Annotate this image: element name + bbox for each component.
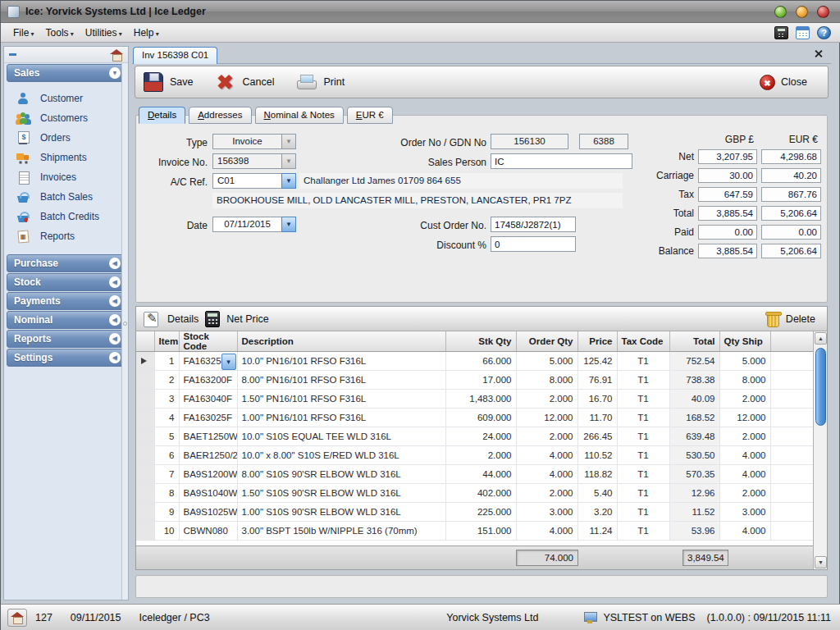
cell-stk-qty[interactable]: 151.000 [445,522,516,541]
cell-item[interactable]: 6 [154,446,179,465]
row-selector[interactable] [136,352,154,371]
menu-item[interactable]: Utilities [80,25,128,40]
chevron-down-icon[interactable]: ▼ [281,217,296,232]
cell-order-qty[interactable]: 4.000 [516,446,578,465]
table-row[interactable]: 10 CBWN080 3.00" BSPT 150lb W/NIPPLE 316… [136,522,814,541]
calculator-icon[interactable] [774,26,788,39]
cell-total[interactable]: 168.52 [669,409,719,427]
cell-stock-code[interactable]: CBWN080 [179,522,237,541]
chevron-down-icon[interactable]: ▼ [281,153,296,169]
cell-stk-qty[interactable]: 609.000 [445,409,516,427]
scrollbar-thumb[interactable] [815,348,826,426]
discount-input[interactable] [491,236,576,252]
cell-description[interactable]: 10.0" x 8.00" S10S E/RED WLD 316L [237,446,445,465]
date-select[interactable]: 07/11/2015▼ [212,217,296,232]
cell-tax-code[interactable]: T1 [617,465,669,484]
col-stk-qty[interactable]: Stk Qty [445,331,516,352]
cell-item[interactable]: 2 [154,371,179,390]
sidebar-scrollbar[interactable] [121,63,128,600]
minimize-button[interactable] [774,6,787,18]
sidebar-item[interactable]: Orders [16,128,128,148]
cell-tax-code[interactable]: T1 [617,503,669,522]
sidebar-section-collapsed[interactable]: Purchase ◀ [7,254,126,272]
row-selector[interactable] [136,484,154,503]
cell-price[interactable]: 110.52 [578,446,617,465]
table-row[interactable]: 2 FA163200F 8.00" PN16/101 RFSO F316L 17… [136,371,814,390]
save-button[interactable]: Save [170,76,194,88]
cell-description[interactable]: 8.00" S10S 90'SR ELBOW WLD 316L [237,465,445,484]
cell-qty-ship[interactable]: 4.000 [719,465,770,484]
sidebar-section-collapsed[interactable]: Stock ◀ [7,273,126,291]
delete-trash-icon[interactable] [765,311,780,326]
row-selector[interactable] [136,427,154,446]
chevron-left-icon[interactable]: ◀ [109,295,121,307]
net-price-calculator-icon[interactable] [205,311,220,327]
cell-qty-ship[interactable]: 8.000 [719,371,770,390]
cell-item[interactable]: 4 [154,409,179,427]
cell-price[interactable]: 11.70 [578,409,617,427]
cell-description[interactable]: 3.00" BSPT 150lb W/NIPPLE 316 (70mm) [237,522,445,541]
col-order-qty[interactable]: Order Qty [516,331,578,352]
cell-total[interactable]: 530.50 [669,446,719,465]
sidebar-item[interactable]: Customers [16,108,128,128]
sidebar-section-collapsed[interactable]: Settings ◀ [7,349,126,367]
menu-item[interactable]: File [7,25,40,40]
cell-stock-code[interactable]: BA9S1040W [179,484,237,503]
cell-stock-code[interactable]: BA9S1200W [179,465,237,484]
print-button[interactable]: Print [323,76,345,88]
cell-price[interactable]: 125.42 [578,352,617,371]
save-icon[interactable] [144,72,163,92]
cell-order-qty[interactable]: 2.000 [516,427,578,446]
cell-tax-code[interactable]: T1 [617,427,669,446]
chevron-down-icon[interactable]: ▼ [281,134,296,149]
cell-qty-ship[interactable]: 2.000 [719,484,770,503]
details-edit-icon[interactable] [143,311,161,327]
col-total[interactable]: Total [669,331,719,352]
chevron-left-icon[interactable]: ◀ [109,333,121,345]
cell-total[interactable]: 639.48 [669,427,719,446]
chevron-down-icon[interactable]: ▼ [281,173,296,189]
cell-order-qty[interactable]: 2.000 [516,390,578,409]
sidebar-item[interactable]: Reports [16,226,128,246]
close-icon[interactable] [760,75,775,90]
chevron-left-icon[interactable]: ◀ [109,352,121,363]
cell-description[interactable]: 10.0" S10S EQUAL TEE WLD 316L [237,427,445,446]
sidebar-item[interactable]: Invoices [16,167,128,187]
menu-item[interactable]: Help [128,25,165,40]
cancel-icon[interactable] [215,72,236,92]
row-selector[interactable] [136,465,154,484]
sidebar-item[interactable]: Batch Sales [16,187,128,207]
invoice-no-select[interactable]: 156398▼ [212,153,296,169]
cell-tax-code[interactable]: T1 [617,390,669,409]
menu-item[interactable]: Tools [40,25,80,40]
col-item[interactable]: Item [154,331,179,352]
sidebar-section-sales[interactable]: Sales ▼ [7,64,126,82]
close-button[interactable]: Close [781,76,807,88]
cell-order-qty[interactable]: 5.000 [516,352,578,371]
chevron-down-icon[interactable]: ▼ [109,67,121,79]
col-price[interactable]: Price [578,331,617,352]
row-selector[interactable] [136,371,154,390]
cell-stk-qty[interactable]: 1,483.000 [445,390,516,409]
sidebar-section-collapsed[interactable]: Reports ◀ [7,330,126,348]
row-selector[interactable] [136,390,154,409]
table-row[interactable]: 7 BA9S1200W 8.00" S10S 90'SR ELBOW WLD 3… [136,465,814,484]
cell-item[interactable]: 9 [154,503,179,522]
cell-qty-ship[interactable]: 2.000 [719,390,770,409]
close-window-button[interactable] [817,6,829,18]
cell-item[interactable]: 7 [154,465,179,484]
cell-stock-code[interactable]: FA163040F [179,390,237,409]
type-select[interactable]: Invoice▼ [212,134,296,149]
sales-person-input[interactable] [491,153,632,169]
cell-tax-code[interactable]: T1 [617,522,669,541]
col-tax-code[interactable]: Tax Code [617,331,669,352]
row-selector[interactable] [136,446,154,465]
table-row[interactable]: 5 BAET1250W 10.0" S10S EQUAL TEE WLD 316… [136,427,814,446]
chevron-left-icon[interactable]: ◀ [109,276,121,288]
cell-qty-ship[interactable]: 2.000 [719,427,770,446]
cell-stock-code[interactable]: BAER1250/200W [179,446,237,465]
table-row[interactable]: 6 BAER1250/200W 10.0" x 8.00" S10S E/RED… [136,446,814,465]
cell-qty-ship[interactable]: 3.000 [719,503,770,522]
chevron-left-icon[interactable]: ◀ [109,314,121,326]
col-qty-ship[interactable]: Qty Ship [719,331,770,352]
